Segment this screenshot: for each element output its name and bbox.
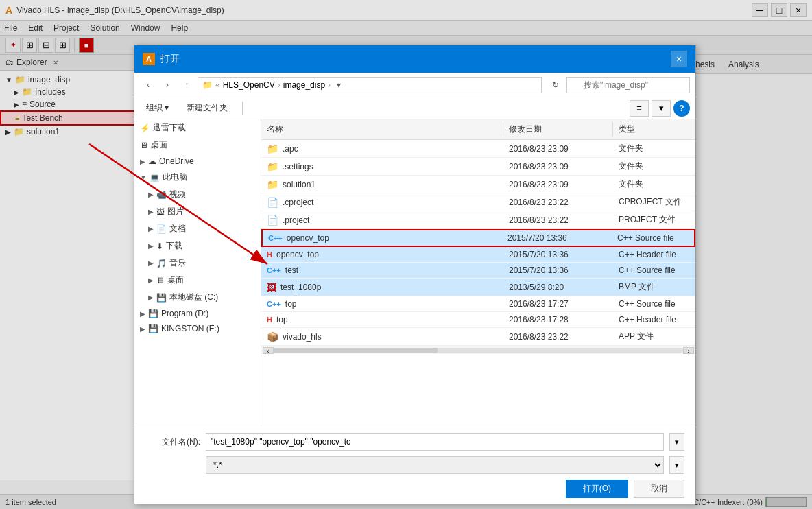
file-row-test-1080p[interactable]: 🖼 test_1080p 2013/5/29 8:20 BMP 文件 [261, 279, 695, 296]
nav-item-label: 本地磁盘 (C:) [169, 292, 218, 303]
nav-item-downloads[interactable]: ▶ ⬇ 下载 [134, 237, 261, 254]
organize-button[interactable]: 组织 ▾ [140, 100, 175, 116]
nav-up-button[interactable]: ↑ [178, 77, 195, 93]
file-name: test [285, 265, 298, 275]
nav-arrow-icon: ▶ [148, 276, 154, 284]
file-row-opencv-top-cpp[interactable]: C++ opencv_top 2015/7/20 13:36 C++ Sourc… [261, 229, 695, 247]
cpp-icon: C++ [267, 266, 281, 274]
nav-item-label: 桌面 [167, 274, 184, 286]
help-button[interactable]: ? [673, 100, 690, 117]
file-cell-date: 2016/8/23 23:09 [503, 158, 613, 175]
nav-arrow-icon: ▶ [148, 294, 154, 301]
new-folder-button[interactable]: 新建文件夹 [180, 100, 234, 116]
scroll-right-button[interactable]: › [683, 347, 694, 354]
dialog-title-left: A 打开 [143, 53, 180, 65]
nav-item-videos[interactable]: ▶ 📹 视频 [134, 186, 261, 203]
file-cell-date: 2016/8/23 17:27 [503, 296, 613, 311]
organize-label: 组织 [146, 103, 163, 113]
col-name[interactable]: 名称 [261, 122, 503, 137]
nav-item-label: 图片 [167, 206, 184, 217]
file-cell-type: BMP 文件 [613, 279, 695, 296]
view-list-button[interactable]: ≡ [630, 100, 649, 117]
horizontal-scrollbar[interactable]: ‹ › [261, 346, 695, 354]
h-icon: H [267, 316, 272, 324]
nav-item-kingston[interactable]: ▶ 💾 KINGSTON (E:) [134, 321, 261, 336]
file-cell-name: 📄 .project [261, 211, 503, 228]
col-type[interactable]: 类型 [613, 122, 695, 137]
usb-icon: 💾 [148, 324, 158, 333]
nav-arrow-icon: ▶ [148, 191, 154, 198]
file-cell-name: C++ opencv_top [263, 230, 502, 246]
nav-path-part1[interactable]: HLS_OpenCV [223, 80, 275, 90]
file-cell-name: H top [261, 312, 503, 327]
nav-path-part2[interactable]: image_disp [283, 80, 325, 90]
nav-item-label: 迅雷下载 [153, 122, 186, 134]
nav-item-label: KINGSTON (E:) [161, 324, 219, 333]
nav-item-onedrive[interactable]: ▶ ☁ OneDrive [134, 154, 261, 169]
file-row-settings[interactable]: 📁 .settings 2016/8/23 23:09 文件夹 [261, 158, 695, 176]
filetype-select[interactable]: *.* [206, 456, 664, 474]
file-row-top-cpp[interactable]: C++ top 2016/8/23 17:27 C++ Source file [261, 296, 695, 312]
nav-item-label: Program (D:) [161, 309, 208, 318]
nav-item-local-disk[interactable]: ▶ 💾 本地磁盘 (C:) [134, 289, 261, 306]
nav-item-thunder[interactable]: ⚡ 迅雷下载 [134, 119, 261, 137]
file-row-opencv-top-h[interactable]: H opencv_top 2015/7/20 13:36 C++ Header … [261, 247, 695, 263]
col-date[interactable]: 修改日期 [503, 122, 613, 137]
file-row-solution1[interactable]: 📁 solution1 2016/8/23 23:09 文件夹 [261, 176, 695, 193]
cloud-icon: ☁ [148, 156, 156, 166]
file-cell-date: 2016/8/23 23:22 [503, 328, 613, 345]
nav-back-button[interactable]: ‹ [140, 77, 156, 93]
nav-item-program-d[interactable]: ▶ 💾 Program (D:) [134, 306, 261, 321]
nav-path-dropdown-button[interactable]: ▾ [333, 80, 344, 91]
cancel-button[interactable]: 取消 [634, 480, 684, 498]
file-row-test-cpp[interactable]: C++ test 2015/7/20 13:36 C++ Source file [261, 263, 695, 279]
nav-item-label: OneDrive [159, 156, 194, 166]
file-cell-name: 📁 .apc [261, 140, 503, 157]
file-row-project[interactable]: 📄 .project 2016/8/23 23:22 PROJECT 文件 [261, 211, 695, 229]
scroll-thumb[interactable] [274, 348, 438, 353]
nav-item-label: 桌面 [151, 139, 167, 151]
file-cell-date: 2015/7/20 13:36 [503, 263, 613, 278]
nav-item-desktop1[interactable]: 🖥 桌面 [134, 137, 261, 154]
nav-item-documents[interactable]: ▶ 📄 文档 [134, 220, 261, 237]
filetype-dropdown-button[interactable]: ▾ [669, 456, 684, 474]
cpp-icon: C++ [268, 234, 283, 242]
toolbar-separator [242, 102, 243, 115]
file-cell-type: PROJECT 文件 [613, 211, 695, 228]
music-icon: 🎵 [156, 259, 167, 268]
file-row-cproject[interactable]: 📄 .cproject 2016/8/23 23:22 CPROJECT 文件 [261, 193, 695, 211]
file-cell-date: 2015/7/20 13:36 [502, 230, 612, 246]
nav-item-thispc[interactable]: ▼ 💻 此电脑 [134, 169, 261, 186]
file-name: vivado_hls [283, 332, 322, 342]
nav-path-bar[interactable]: 📁 « HLS_OpenCV › image_disp › ▾ [198, 77, 542, 93]
nav-refresh-button[interactable]: ↻ [547, 77, 564, 93]
file-cell-date: 2016/8/23 23:09 [503, 176, 613, 193]
document-icon: 📄 [156, 224, 167, 234]
nav-search-input[interactable] [566, 77, 690, 93]
file-row-apc[interactable]: 📁 .apc 2016/8/23 23:09 文件夹 [261, 140, 695, 158]
file-row-vivado-hls[interactable]: 📦 vivado_hls 2016/8/23 23:22 APP 文件 [261, 328, 695, 346]
open-button[interactable]: 打开(O) [566, 480, 628, 498]
file-icon: 📄 [267, 197, 278, 208]
scroll-left-button[interactable]: ‹ [263, 347, 274, 354]
open-dialog: A 打开 × ‹ › ↑ 📁 « HLS_OpenCV › image_disp… [134, 45, 696, 504]
file-name: solution1 [283, 180, 315, 189]
scroll-track[interactable] [274, 348, 683, 353]
nav-item-pictures[interactable]: ▶ 🖼 图片 [134, 203, 261, 220]
dialog-overlay: A 打开 × ‹ › ↑ 📁 « HLS_OpenCV › image_disp… [0, 0, 812, 509]
nav-arrow-icon: ▶ [148, 225, 154, 233]
nav-item-label: 文档 [169, 223, 186, 235]
file-cell-name: 📄 .cproject [261, 193, 503, 211]
folder-icon: 📁 [267, 143, 278, 154]
filename-input[interactable] [206, 433, 664, 451]
view-dropdown-button[interactable]: ▾ [652, 100, 671, 117]
dialog-titlebar: A 打开 × [134, 45, 695, 73]
dialog-close-button[interactable]: × [671, 51, 687, 67]
file-row-top-h[interactable]: H top 2016/8/23 17:28 C++ Header file [261, 312, 695, 328]
filename-dropdown-button[interactable]: ▾ [669, 433, 684, 451]
nav-item-desktop2[interactable]: ▶ 🖥 桌面 [134, 272, 261, 289]
file-cell-type: CPROJECT 文件 [613, 193, 695, 211]
nav-forward-button[interactable]: › [159, 77, 176, 93]
file-cell-name: 📁 .settings [261, 158, 503, 175]
nav-item-music[interactable]: ▶ 🎵 音乐 [134, 254, 261, 272]
